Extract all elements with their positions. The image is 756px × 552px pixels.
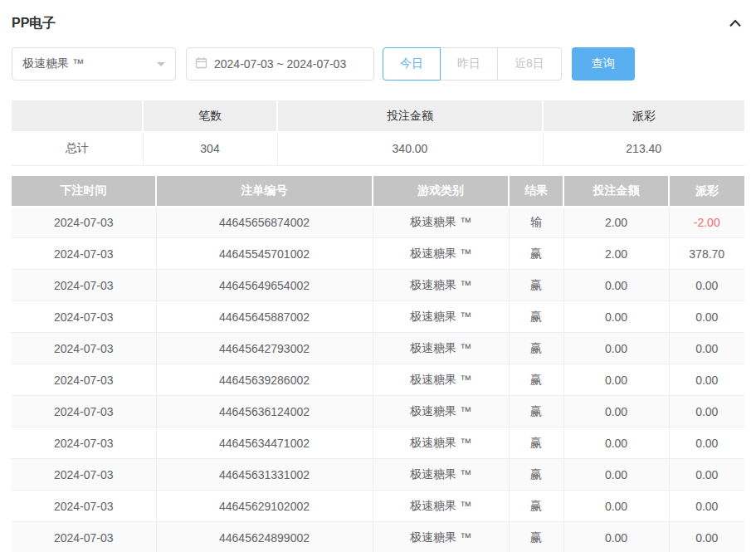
bet-time-cell: 2024-07-03: [12, 396, 156, 427]
summary-header-row: 笔数 投注金额 派彩: [12, 100, 744, 132]
ticket-number-cell: 44645545701002: [156, 238, 373, 270]
bet-amount-cell: 0.00: [563, 364, 669, 396]
ticket-number-cell: 44645631331002: [156, 459, 373, 491]
yesterday-button[interactable]: 昨日: [441, 47, 498, 81]
header-ticket-number: 注单编号: [156, 176, 373, 207]
ticket-number-cell: 44645656874002: [156, 207, 373, 238]
bet-amount-cell: 0.00: [563, 459, 669, 491]
payout-cell: 0.00: [669, 396, 744, 427]
table-row: 2024-07-0344645624899002极速糖果 ™赢0.000.00: [12, 522, 744, 552]
table-row: 2024-07-0344645642793002极速糖果 ™赢0.000.00: [12, 333, 744, 364]
payout-cell: 0.00: [669, 427, 744, 459]
game-category-cell: 极速糖果 ™: [373, 301, 509, 333]
summary-total-count: 304: [143, 132, 277, 165]
result-cell: 赢: [509, 238, 563, 270]
filter-bar: 极速糖果 ™ 2024-07-03 ~ 2024-07-03 今日 昨日 近8日…: [12, 47, 744, 81]
bet-table-body: 2024-07-0344645656874002极速糖果 ™输2.00-2.00…: [12, 207, 744, 552]
bet-table-header-row: 下注时间 注单编号 游戏类别 结果 投注金额 派彩: [12, 176, 744, 207]
chevron-down-icon: [157, 62, 165, 71]
game-category-cell: 极速糖果 ™: [373, 522, 509, 552]
game-category-cell: 极速糖果 ™: [373, 491, 509, 522]
table-row: 2024-07-0344645656874002极速糖果 ™输2.00-2.00: [12, 207, 744, 238]
quick-date-button-group: 今日 昨日 近8日: [383, 47, 562, 81]
table-row: 2024-07-0344645631331002极速糖果 ™赢0.000.00: [12, 459, 744, 491]
bet-time-cell: 2024-07-03: [12, 238, 156, 270]
game-category-cell: 极速糖果 ™: [373, 364, 509, 396]
calendar-icon: [195, 56, 207, 72]
bet-amount-cell: 0.00: [563, 270, 669, 301]
result-cell: 赢: [509, 459, 563, 491]
table-row: 2024-07-0344645645887002极速糖果 ™赢0.000.00: [12, 301, 744, 333]
summary-total-payout: 213.40: [543, 132, 744, 165]
chevron-up-icon: [728, 19, 743, 32]
header-bet-amount: 投注金额: [563, 176, 669, 207]
payout-cell: 0.00: [669, 270, 744, 301]
bet-records-table: 下注时间 注单编号 游戏类别 结果 投注金额 派彩 2024-07-034464…: [12, 176, 744, 552]
bet-time-cell: 2024-07-03: [12, 491, 156, 522]
result-cell: 赢: [509, 522, 563, 552]
game-select-value: 极速糖果 ™: [22, 56, 84, 71]
table-row: 2024-07-0344645649654002极速糖果 ™赢0.000.00: [12, 270, 744, 301]
ticket-number-cell: 44645624899002: [156, 522, 373, 552]
bet-amount-cell: 0.00: [563, 491, 669, 522]
bet-time-cell: 2024-07-03: [12, 364, 156, 396]
result-cell: 赢: [509, 364, 563, 396]
game-category-cell: 极速糖果 ™: [373, 238, 509, 270]
summary-table: 笔数 投注金额 派彩 总计 304 340.00 213.40: [12, 100, 744, 166]
game-category-cell: 极速糖果 ™: [373, 333, 509, 364]
ticket-number-cell: 44645645887002: [156, 301, 373, 333]
header-game-category: 游戏类别: [373, 176, 509, 207]
collapse-panel-button[interactable]: [726, 16, 744, 31]
payout-cell: 0.00: [669, 522, 744, 552]
table-row: 2024-07-0344645545701002极速糖果 ™赢2.00378.7…: [12, 238, 744, 270]
game-select[interactable]: 极速糖果 ™: [12, 47, 176, 81]
summary-header-bet-amount: 投注金额: [277, 100, 543, 132]
ticket-number-cell: 44645636124002: [156, 396, 373, 427]
bet-time-cell: 2024-07-03: [12, 301, 156, 333]
result-cell: 赢: [509, 491, 563, 522]
bet-time-cell: 2024-07-03: [12, 522, 156, 552]
summary-header-payout: 派彩: [543, 100, 744, 132]
panel-header: PP电子: [12, 12, 744, 34]
today-button[interactable]: 今日: [383, 47, 441, 81]
summary-header-count: 笔数: [143, 100, 277, 132]
game-category-cell: 极速糖果 ™: [373, 396, 509, 427]
summary-total-bet-amount: 340.00: [277, 132, 543, 165]
page-title: PP电子: [12, 15, 56, 32]
summary-header-blank: [12, 100, 143, 132]
date-range-input[interactable]: 2024-07-03 ~ 2024-07-03: [186, 47, 374, 81]
bet-amount-cell: 0.00: [563, 301, 669, 333]
bet-amount-cell: 0.00: [563, 427, 669, 459]
payout-cell: 378.70: [669, 238, 744, 270]
result-cell: 输: [509, 207, 563, 238]
table-row: 2024-07-0344645629102002极速糖果 ™赢0.000.00: [12, 491, 744, 522]
game-category-cell: 极速糖果 ™: [373, 270, 509, 301]
header-payout: 派彩: [669, 176, 744, 207]
last-8-days-button[interactable]: 近8日: [498, 47, 562, 81]
ticket-number-cell: 44645634471002: [156, 427, 373, 459]
query-button[interactable]: 查询: [572, 47, 635, 81]
bet-amount-cell: 0.00: [563, 522, 669, 552]
bet-amount-cell: 0.00: [563, 396, 669, 427]
ticket-number-cell: 44645629102002: [156, 491, 373, 522]
summary-total-row: 总计 304 340.00 213.40: [12, 132, 744, 165]
bet-amount-cell: 2.00: [563, 207, 669, 238]
ticket-number-cell: 44645642793002: [156, 333, 373, 364]
payout-cell: 0.00: [669, 301, 744, 333]
payout-cell: 0.00: [669, 364, 744, 396]
summary-total-label: 总计: [12, 132, 143, 165]
header-result: 结果: [509, 176, 563, 207]
pp-games-panel: PP电子 极速糖果 ™ 2024-07-03 ~ 2024-07-03 今日 昨…: [0, 12, 756, 552]
result-cell: 赢: [509, 396, 563, 427]
header-bet-time: 下注时间: [12, 176, 156, 207]
bet-time-cell: 2024-07-03: [12, 427, 156, 459]
payout-cell: -2.00: [669, 207, 744, 238]
game-category-cell: 极速糖果 ™: [373, 207, 509, 238]
payout-cell: 0.00: [669, 491, 744, 522]
bet-time-cell: 2024-07-03: [12, 270, 156, 301]
bet-amount-cell: 0.00: [563, 333, 669, 364]
date-range-value: 2024-07-03 ~ 2024-07-03: [214, 57, 346, 71]
bet-time-cell: 2024-07-03: [12, 207, 156, 238]
table-row: 2024-07-0344645639286002极速糖果 ™赢0.000.00: [12, 364, 744, 396]
result-cell: 赢: [509, 270, 563, 301]
